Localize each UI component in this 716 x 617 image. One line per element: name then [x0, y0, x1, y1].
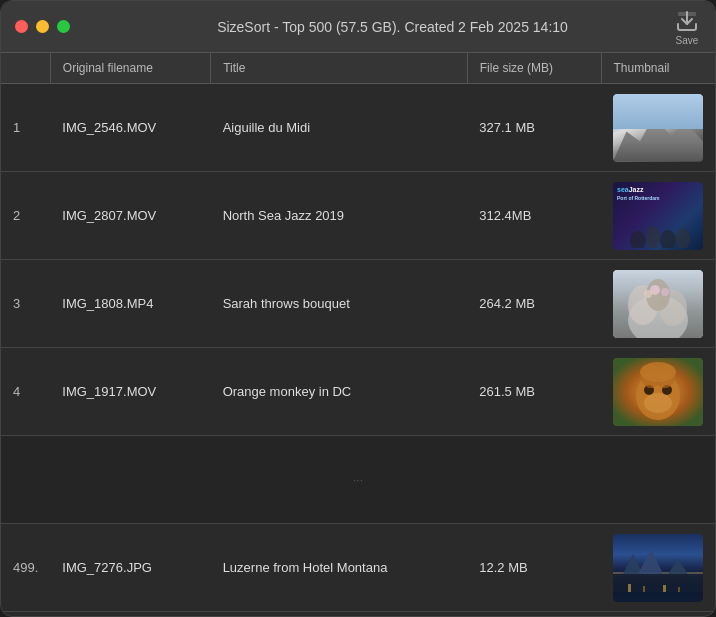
row-filename: IMG_7853.mov — [50, 612, 210, 617]
svg-point-12 — [644, 290, 652, 298]
svg-rect-27 — [678, 587, 680, 592]
table-row[interactable]: 4 IMG_1917.MOV Orange monkey in DC 261.5… — [1, 348, 715, 436]
row-title: Orange monkey in DC — [211, 348, 468, 436]
row-filename: IMG_2807.MOV — [50, 172, 210, 260]
row-num: 499. — [1, 524, 50, 612]
table-row[interactable]: 3 IMG_1808.MP4 Sarah throws bouquet 264.… — [1, 260, 715, 348]
row-thumbnail — [601, 612, 715, 617]
table-row[interactable]: 2 IMG_2807.MOV North Sea Jazz 2019 312.4… — [1, 172, 715, 260]
row-filesize: 261.5 MB — [467, 348, 601, 436]
row-filesize: 12.2 MB — [467, 524, 601, 612]
row-filename: IMG_1808.MP4 — [50, 260, 210, 348]
close-button[interactable] — [15, 20, 28, 33]
svg-rect-23 — [613, 574, 703, 602]
row-num: 2 — [1, 172, 50, 260]
row-thumbnail — [601, 524, 715, 612]
row-title: Aiguille du Midi — [211, 84, 468, 172]
titlebar: SizeSort - Top 500 (57.5 GB). Created 2 … — [1, 1, 715, 53]
thumbnail-image: seaJazzPort of Rotterdam — [613, 182, 703, 250]
row-thumbnail — [601, 260, 715, 348]
row-title: North Sea Jazz 2019 — [211, 172, 468, 260]
svg-rect-24 — [628, 584, 631, 592]
gap-row: ··· — [1, 436, 715, 524]
col-title: Title — [211, 53, 468, 84]
row-thumbnail: seaJazzPort of Rotterdam — [601, 172, 715, 260]
table-container[interactable]: Original filename Title File size (MB) T… — [1, 53, 715, 616]
fullscreen-button[interactable] — [57, 20, 70, 33]
row-num: 500. — [1, 612, 50, 617]
thumbnail-image — [613, 94, 703, 162]
traffic-lights — [15, 20, 70, 33]
thumbnail-image — [613, 270, 703, 338]
minimize-button[interactable] — [36, 20, 49, 33]
main-window: SizeSort - Top 500 (57.5 GB). Created 2 … — [0, 0, 716, 617]
row-filesize: 312.4MB — [467, 172, 601, 260]
row-filename: IMG_1917.MOV — [50, 348, 210, 436]
window-title: SizeSort - Top 500 (57.5 GB). Created 2 … — [84, 19, 701, 35]
svg-point-19 — [640, 362, 676, 382]
col-filename: Original filename — [50, 53, 210, 84]
row-title: -- — [211, 612, 468, 617]
row-num: 1 — [1, 84, 50, 172]
svg-rect-1 — [678, 12, 696, 16]
row-filename: IMG_7276.JPG — [50, 524, 210, 612]
col-num — [1, 53, 50, 84]
row-title: Luzerne from Hotel Montana — [211, 524, 468, 612]
col-filesize: File size (MB) — [467, 53, 601, 84]
row-filesize: 327.1 MB — [467, 84, 601, 172]
svg-rect-26 — [663, 585, 666, 592]
thumbnail-image — [613, 534, 703, 602]
row-filesize: 11.3 MB — [467, 612, 601, 617]
svg-marker-22 — [668, 559, 688, 574]
save-label: Save — [676, 35, 699, 46]
svg-point-11 — [661, 288, 669, 296]
table-row[interactable]: 500. IMG_7853.mov -- 11.3 MB — [1, 612, 715, 617]
table-row[interactable]: 499. IMG_7276.JPG Luzerne from Hotel Mon… — [1, 524, 715, 612]
row-num: 3 — [1, 260, 50, 348]
row-thumbnail — [601, 84, 715, 172]
svg-point-4 — [660, 230, 676, 248]
row-filesize: 264.2 MB — [467, 260, 601, 348]
row-filename: IMG_2546.MOV — [50, 84, 210, 172]
row-thumbnail — [601, 348, 715, 436]
save-icon — [673, 7, 701, 35]
files-table: Original filename Title File size (MB) T… — [1, 53, 715, 616]
col-thumbnail: Thumbnail — [601, 53, 715, 84]
row-title: Sarah throws bouquet — [211, 260, 468, 348]
svg-rect-25 — [643, 586, 645, 592]
svg-point-5 — [676, 228, 690, 248]
save-button[interactable]: Save — [673, 7, 701, 46]
row-num: 4 — [1, 348, 50, 436]
table-row[interactable]: 1 IMG_2546.MOV Aiguille du Midi 327.1 MB — [1, 84, 715, 172]
svg-point-3 — [646, 226, 660, 248]
svg-marker-21 — [638, 549, 663, 574]
thumbnail-image — [613, 358, 703, 426]
svg-point-14 — [644, 393, 672, 413]
svg-point-2 — [630, 231, 646, 248]
table-header: Original filename Title File size (MB) T… — [1, 53, 715, 84]
